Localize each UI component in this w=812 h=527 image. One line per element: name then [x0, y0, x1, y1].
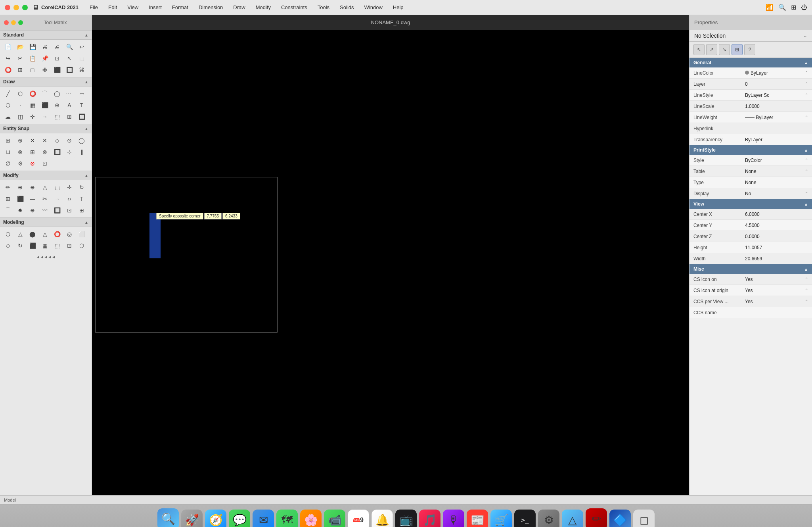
tool-print[interactable]: 🖨 — [39, 41, 50, 52]
tool-zoom-all[interactable]: ⊞ — [15, 64, 26, 75]
mod-mirror[interactable]: ⊕ — [27, 182, 38, 193]
tool-insert[interactable]: ⊕ — [52, 100, 63, 111]
mod-attedit[interactable]: 🔲 — [52, 205, 63, 216]
snap-red[interactable]: ⊗ — [27, 158, 38, 169]
layer-dropdown[interactable]: ⌃ — [805, 82, 808, 86]
snap-center[interactable]: ⊙ — [64, 135, 75, 146]
tool-layers[interactable]: ⬛ — [52, 64, 63, 75]
tool-undo[interactable]: ↩ — [76, 41, 87, 52]
menu-help[interactable]: Help — [391, 4, 405, 11]
snap-para[interactable]: ∥ — [76, 146, 87, 158]
dock-photos[interactable]: 🌸 — [300, 510, 322, 527]
dock-altserver[interactable]: △ — [562, 510, 583, 527]
tool-hatch[interactable]: ▦ — [27, 100, 38, 111]
mod-lengthen[interactable]: — — [27, 193, 38, 204]
dock-sysprefs[interactable]: ⚙ — [538, 510, 559, 527]
tool-spline[interactable]: 〰 — [64, 88, 75, 99]
mod-pedit[interactable]: ⊕ — [27, 205, 38, 216]
snap-ext[interactable]: ⊹ — [64, 146, 75, 158]
tool-arc[interactable]: ⌒ — [39, 88, 50, 99]
tool-region[interactable]: ⬚ — [52, 111, 63, 122]
tool-line[interactable]: ╱ — [2, 88, 13, 99]
mod3d-wedge[interactable]: △ — [15, 229, 26, 240]
tool-select3[interactable]: ⭕ — [2, 64, 13, 75]
mod3d-mesh[interactable]: ⬚ — [52, 240, 63, 251]
prop-tool-select[interactable]: ↘ — [719, 44, 730, 55]
tool-circle[interactable]: ⭕ — [27, 88, 38, 99]
canvas-content[interactable]: Specify opposite corner 7.7765 6.2433 — [92, 30, 689, 495]
menu-modify[interactable]: Modify — [254, 4, 272, 11]
mod-scale[interactable]: ⊞ — [2, 193, 13, 204]
dock-corelcad[interactable]: ✏ — [586, 508, 607, 527]
tool-ellipse[interactable]: ◯ — [52, 88, 63, 99]
mod-break[interactable]: ‹› — [64, 193, 75, 204]
mod3d-nurbs[interactable]: ⊡ — [64, 240, 75, 251]
tool-save[interactable]: 💾 — [27, 41, 38, 52]
prop-value-style[interactable]: ByColor ⌃ — [745, 158, 808, 163]
mod3d-revolve[interactable]: ↻ — [15, 240, 26, 251]
dock-terminal[interactable]: >_ — [514, 510, 536, 527]
menu-constraints[interactable]: Constraints — [280, 4, 309, 11]
search-icon[interactable]: 🔍 — [778, 4, 786, 11]
tool-text[interactable]: A — [64, 100, 75, 111]
mod-copy[interactable]: ⊕ — [15, 182, 26, 193]
csicon-origin-dropdown[interactable]: ⌃ — [805, 288, 808, 292]
mod-erase[interactable]: ✏ — [2, 182, 13, 193]
close-button[interactable] — [5, 5, 10, 10]
snap-none[interactable]: ∅ — [2, 158, 13, 169]
tool-scroll-bar[interactable]: ◄◄◄◄◄ — [0, 253, 92, 261]
menu-solids[interactable]: Solids — [338, 4, 355, 11]
dock-safari[interactable]: 🧭 — [205, 510, 226, 527]
prop-value-table[interactable]: None ⌃ — [745, 169, 808, 174]
dock-unknown[interactable]: ◻ — [633, 510, 655, 527]
tool-field[interactable]: 🔲 — [76, 111, 87, 122]
tool-zoom-window[interactable]: 🔍 — [64, 41, 75, 52]
tool-print2[interactable]: 🖨 — [52, 41, 63, 52]
mod-extend[interactable]: → — [52, 193, 63, 204]
prop-value-lineweight[interactable]: —— ByLayer ⌃ — [745, 115, 808, 120]
control-center-icon[interactable]: ⊞ — [791, 4, 796, 11]
menu-window[interactable]: Window — [363, 4, 384, 11]
mod3d-cone[interactable]: △ — [39, 229, 50, 240]
mod3d-solid[interactable]: ▦ — [39, 240, 50, 251]
dock-music[interactable]: 🎵 — [419, 510, 440, 527]
tool-copy[interactable]: 📋 — [27, 53, 38, 64]
maximize-button[interactable] — [22, 5, 28, 10]
tool-block[interactable]: ⬛ — [39, 100, 50, 111]
selection-dropdown-arrow[interactable]: ⌄ — [803, 33, 807, 38]
prop-value-csicon[interactable]: Yes ⌃ — [745, 277, 808, 282]
tool-point[interactable]: · — [15, 100, 26, 111]
dock-facetime[interactable]: 📹 — [324, 510, 345, 527]
menu-format[interactable]: Format — [170, 4, 190, 11]
dock-messages[interactable]: 💬 — [229, 510, 250, 527]
snap-endpoint[interactable]: ⊞ — [2, 135, 13, 146]
menu-draw[interactable]: Draw — [232, 4, 247, 11]
tool-cut[interactable]: ✂ — [15, 53, 26, 64]
linecolor-dropdown[interactable]: ⌃ — [805, 71, 808, 75]
table-dropdown[interactable]: ⌃ — [805, 169, 808, 173]
dock-news[interactable]: 📰 — [467, 510, 488, 527]
tool-polygon[interactable]: ⬡ — [2, 100, 13, 111]
mod3d-cylinder[interactable]: ⬤ — [27, 229, 38, 240]
mod-explode[interactable]: ✸ — [15, 205, 26, 216]
linestyle-dropdown[interactable]: ⌃ — [805, 93, 808, 97]
tool-cloud[interactable]: ☁ — [2, 111, 13, 122]
csicon-dropdown[interactable]: ⌃ — [805, 277, 808, 281]
tool-select2[interactable]: ⬚ — [76, 53, 87, 64]
tool-match[interactable]: ⊡ — [52, 53, 63, 64]
dock-calendar[interactable]: JAN 9 — [348, 510, 369, 527]
prop-tool-cursor[interactable]: ↖ — [693, 44, 705, 55]
prop-value-csicon-origin[interactable]: Yes ⌃ — [745, 288, 808, 293]
tool-pline[interactable]: ⬡ — [15, 88, 26, 99]
mod-rotate[interactable]: ↻ — [76, 182, 87, 193]
tool-wipeout[interactable]: ◫ — [15, 111, 26, 122]
prop-section-general[interactable]: General ▲ — [689, 58, 812, 67]
mod3d-loft[interactable]: ◇ — [2, 240, 13, 251]
mod-move[interactable]: ✛ — [64, 182, 75, 193]
snap-perp[interactable]: ⊔ — [2, 146, 13, 158]
mod-chamfer[interactable]: T — [76, 193, 87, 204]
power-icon[interactable]: ⏻ — [801, 4, 807, 11]
ccs-view-dropdown[interactable]: ⌃ — [805, 299, 808, 304]
snap-quad[interactable]: ◯ — [76, 135, 87, 146]
mod3d-box[interactable]: ⬡ — [2, 229, 13, 240]
